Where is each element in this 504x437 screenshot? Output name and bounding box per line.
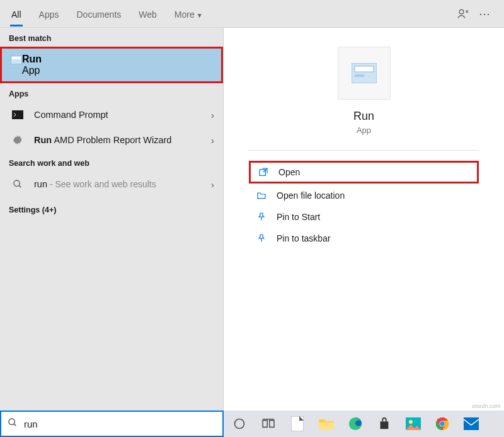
svg-rect-13: [270, 421, 274, 428]
action-label: Pin to taskbar: [277, 233, 331, 243]
tab-all[interactable]: All: [3, 2, 30, 26]
svg-point-10: [9, 419, 14, 424]
action-label: Pin to Start: [277, 212, 320, 222]
search-input[interactable]: [24, 419, 216, 429]
svg-rect-8: [355, 74, 364, 77]
section-apps: Apps: [0, 83, 223, 102]
action-list: Open Open file location Pin to Start Pin…: [249, 161, 479, 248]
result-best-match-run[interactable]: Run App: [0, 47, 223, 83]
svg-rect-22: [464, 417, 479, 430]
chevron-right-icon: ›: [211, 110, 214, 120]
tab-web[interactable]: Web: [130, 2, 166, 26]
open-icon: [255, 167, 272, 177]
action-label: Open: [278, 167, 300, 177]
attribution-text: wsxdn.com: [472, 403, 500, 409]
edge-icon[interactable]: [346, 414, 365, 433]
tab-more[interactable]: More▼: [166, 2, 212, 26]
run-app-icon: [338, 47, 391, 100]
run-icon: [11, 55, 22, 67]
tab-more-label: More: [175, 9, 195, 20]
section-search-work-web: Search work and web: [0, 153, 223, 172]
svg-rect-15: [319, 422, 334, 429]
folder-icon: [253, 190, 270, 201]
preview-header: Run App: [249, 47, 479, 151]
action-pin-to-start[interactable]: Pin to Start: [249, 207, 479, 226]
svg-rect-7: [355, 66, 374, 72]
result-label: Run AMD Problem Report Wizard: [34, 135, 171, 145]
task-view-icon[interactable]: [259, 414, 278, 433]
svg-point-18: [409, 420, 413, 424]
pin-icon: [253, 212, 270, 222]
preview-type: App: [249, 125, 479, 135]
svg-point-5: [14, 180, 20, 186]
svg-rect-14: [291, 416, 304, 431]
preview-title: Run: [249, 110, 479, 123]
feedback-icon[interactable]: [456, 7, 470, 21]
pin-icon: [253, 233, 270, 243]
tab-documents[interactable]: Documents: [67, 2, 130, 26]
search-icon: [8, 417, 18, 430]
result-label: Command Prompt: [34, 110, 108, 120]
results-list: Best match Run App Apps Command Prompt ›…: [0, 28, 224, 411]
chrome-icon[interactable]: [433, 414, 452, 433]
svg-point-11: [235, 419, 244, 429]
svg-point-0: [459, 9, 464, 14]
gear-icon: [9, 134, 26, 146]
svg-rect-3: [12, 110, 23, 119]
search-tabs: All Apps Documents Web More▼ ⋯: [0, 0, 504, 28]
libreoffice-icon[interactable]: [288, 414, 307, 433]
svg-rect-2: [12, 57, 21, 59]
taskbar: [0, 411, 504, 437]
more-options-icon[interactable]: ⋯: [478, 7, 491, 21]
action-open[interactable]: Open: [249, 161, 479, 184]
action-pin-to-taskbar[interactable]: Pin to taskbar: [249, 229, 479, 248]
photos-icon[interactable]: [404, 414, 423, 433]
mail-icon[interactable]: [462, 414, 481, 433]
search-results-panel: Best match Run App Apps Command Prompt ›…: [0, 28, 504, 411]
action-open-file-location[interactable]: Open file location: [249, 186, 479, 205]
result-web-search[interactable]: run - See work and web results ›: [0, 172, 223, 197]
tab-apps[interactable]: Apps: [30, 2, 68, 26]
preview-pane: Run App Open Open file location Pin to: [224, 28, 504, 411]
section-best-match: Best match: [0, 28, 223, 47]
chevron-right-icon: ›: [211, 179, 214, 190]
svg-rect-12: [263, 421, 267, 428]
action-label: Open file location: [277, 190, 345, 201]
section-settings[interactable]: Settings (4+): [0, 197, 223, 218]
search-icon: [9, 178, 26, 190]
taskbar-apps: [224, 411, 504, 437]
best-match-subtitle: App: [22, 65, 42, 76]
chevron-down-icon: ▼: [197, 12, 203, 19]
command-prompt-icon: [9, 108, 26, 121]
chevron-right-icon: ›: [211, 135, 214, 146]
file-explorer-icon[interactable]: [317, 414, 336, 433]
result-command-prompt[interactable]: Command Prompt ›: [0, 102, 223, 127]
best-match-title: Run: [22, 54, 42, 65]
taskbar-search[interactable]: [0, 411, 224, 437]
cortana-icon[interactable]: [230, 414, 249, 433]
result-label: run - See work and web results: [34, 179, 156, 189]
result-amd-wizard[interactable]: Run AMD Problem Report Wizard ›: [0, 127, 223, 153]
svg-point-21: [440, 421, 444, 426]
store-icon[interactable]: [375, 414, 394, 433]
